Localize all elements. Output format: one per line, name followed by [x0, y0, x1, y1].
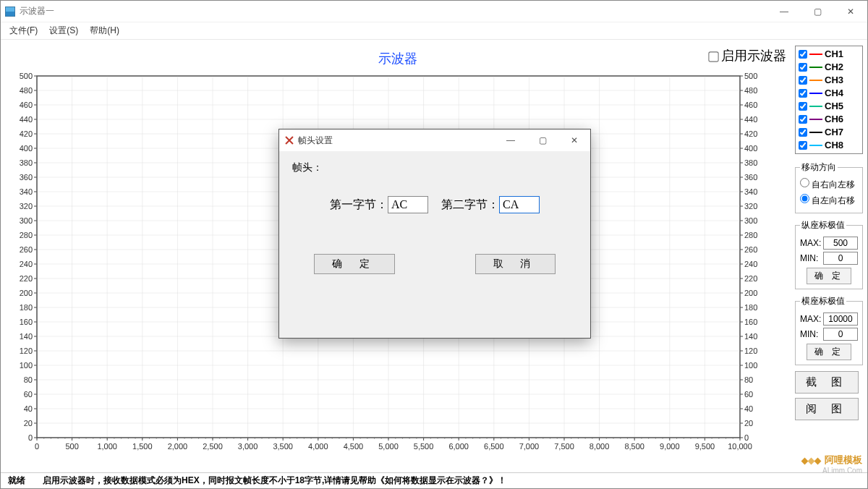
legend-checkbox-ch6[interactable]: [799, 115, 807, 124]
legend-checkbox-ch7[interactable]: [799, 128, 807, 137]
menu-settings[interactable]: 设置(S): [43, 22, 84, 39]
legend-item-ch4[interactable]: CH4: [799, 87, 859, 100]
legend-item-ch5[interactable]: CH5: [799, 100, 859, 113]
svg-text:420: 420: [20, 129, 33, 138]
legend-checkbox-ch8[interactable]: [799, 141, 807, 150]
svg-text:0: 0: [35, 442, 39, 451]
legend-checkbox-ch5[interactable]: [799, 102, 807, 111]
svg-text:500: 500: [65, 442, 78, 451]
byte1-input[interactable]: [388, 196, 428, 213]
move-dir-ltr[interactable]: 自左向右移: [800, 192, 858, 208]
x-confirm-button[interactable]: 确 定: [807, 344, 851, 360]
svg-text:220: 220: [744, 274, 757, 283]
enable-oscilloscope-checkbox[interactable]: [708, 52, 718, 62]
legend-label: CH8: [825, 139, 843, 152]
legend-line-icon: [809, 54, 822, 55]
y-min-input[interactable]: [823, 252, 858, 265]
svg-text:4,000: 4,000: [308, 442, 328, 451]
x-max-input[interactable]: [823, 312, 858, 326]
svg-text:280: 280: [744, 231, 757, 239]
legend-line-icon: [809, 132, 822, 133]
menu-help[interactable]: 帮助(H): [84, 22, 125, 39]
svg-text:380: 380: [744, 158, 757, 167]
screenshot-button[interactable]: 截 图: [795, 371, 859, 394]
x-min-input[interactable]: [823, 328, 858, 341]
svg-text:480: 480: [744, 86, 757, 95]
svg-text:1,500: 1,500: [132, 442, 153, 451]
svg-text:40: 40: [24, 404, 33, 413]
legend-item-ch2[interactable]: CH2: [799, 61, 859, 74]
dialog-close-button[interactable]: ✕: [558, 129, 590, 151]
enable-oscilloscope-control[interactable]: 启用示波器: [709, 47, 787, 64]
dialog-minimize-button[interactable]: —: [495, 129, 527, 151]
x-range-group: 横座标极值 MAX: MIN: 确 定: [795, 295, 863, 365]
svg-text:300: 300: [20, 216, 33, 225]
legend: CH1CH2CH3CH4CH5CH6CH7CH8: [795, 46, 863, 154]
dialog-ok-button[interactable]: 确 定: [314, 254, 395, 274]
app-icon: [5, 7, 15, 17]
dialog-title: 帧头设置: [298, 135, 333, 147]
legend-line-icon: [809, 93, 822, 94]
svg-text:3,500: 3,500: [273, 442, 293, 451]
legend-checkbox-ch4[interactable]: [799, 89, 807, 98]
legend-label: CH1: [825, 48, 843, 61]
legend-item-ch1[interactable]: CH1: [799, 48, 859, 61]
svg-text:180: 180: [744, 303, 757, 312]
svg-text:20: 20: [744, 419, 753, 428]
read-chart-button[interactable]: 阅 图: [795, 398, 859, 420]
svg-text:0: 0: [28, 433, 33, 442]
enable-oscilloscope-label: 启用示波器: [721, 48, 786, 63]
svg-text:260: 260: [744, 245, 757, 254]
svg-text:240: 240: [744, 260, 757, 268]
y-max-input[interactable]: [823, 237, 858, 250]
svg-text:220: 220: [20, 274, 33, 283]
svg-text:140: 140: [744, 332, 757, 341]
legend-item-ch6[interactable]: CH6: [799, 113, 859, 126]
move-direction-group: 移动方向 自右向左移 自左向右移: [795, 161, 863, 213]
legend-line-icon: [809, 145, 822, 146]
svg-text:160: 160: [744, 318, 757, 326]
legend-label: CH3: [825, 74, 843, 87]
dialog-titlebar[interactable]: 帧头设置 — ▢ ✕: [279, 129, 590, 151]
move-dir-rtl[interactable]: 自右向左移: [800, 177, 858, 192]
svg-text:300: 300: [744, 216, 757, 225]
svg-text:80: 80: [744, 375, 753, 384]
dialog-cancel-button[interactable]: 取 消: [475, 254, 556, 274]
byte1-label: 第一字节：: [330, 197, 388, 213]
svg-text:400: 400: [744, 144, 757, 153]
svg-text:400: 400: [20, 144, 33, 153]
y-range-title: 纵座标极值: [800, 219, 846, 231]
svg-text:6,500: 6,500: [484, 442, 504, 451]
legend-label: CH2: [825, 61, 843, 74]
close-button[interactable]: ✕: [834, 1, 867, 22]
maximize-button[interactable]: ▢: [801, 1, 834, 22]
dialog-icon: [285, 136, 294, 145]
legend-line-icon: [809, 119, 822, 120]
legend-checkbox-ch3[interactable]: [799, 76, 807, 85]
svg-text:360: 360: [20, 173, 33, 182]
svg-text:9,500: 9,500: [695, 442, 715, 451]
byte2-input[interactable]: [499, 196, 540, 213]
legend-checkbox-ch2[interactable]: [799, 63, 807, 72]
svg-text:9,000: 9,000: [660, 442, 680, 451]
legend-item-ch3[interactable]: CH3: [799, 74, 859, 87]
dialog-maximize-button[interactable]: ▢: [527, 129, 558, 151]
x-range-title: 横座标极值: [800, 295, 846, 307]
svg-text:1,000: 1,000: [97, 442, 117, 451]
minimize-button[interactable]: —: [767, 1, 801, 22]
legend-checkbox-ch1[interactable]: [799, 50, 807, 59]
svg-text:5,000: 5,000: [378, 442, 399, 451]
svg-text:3,000: 3,000: [238, 442, 258, 451]
svg-text:420: 420: [744, 129, 757, 138]
y-confirm-button[interactable]: 确 定: [807, 268, 851, 284]
svg-text:100: 100: [20, 361, 33, 370]
menu-file[interactable]: 文件(F): [4, 22, 43, 39]
legend-item-ch8[interactable]: CH8: [799, 139, 859, 152]
svg-text:380: 380: [20, 158, 33, 167]
svg-text:180: 180: [20, 303, 33, 312]
move-direction-title: 移动方向: [800, 161, 838, 174]
legend-item-ch7[interactable]: CH7: [799, 126, 859, 139]
svg-text:500: 500: [20, 72, 33, 80]
legend-line-icon: [809, 67, 822, 68]
svg-text:60: 60: [24, 390, 33, 399]
